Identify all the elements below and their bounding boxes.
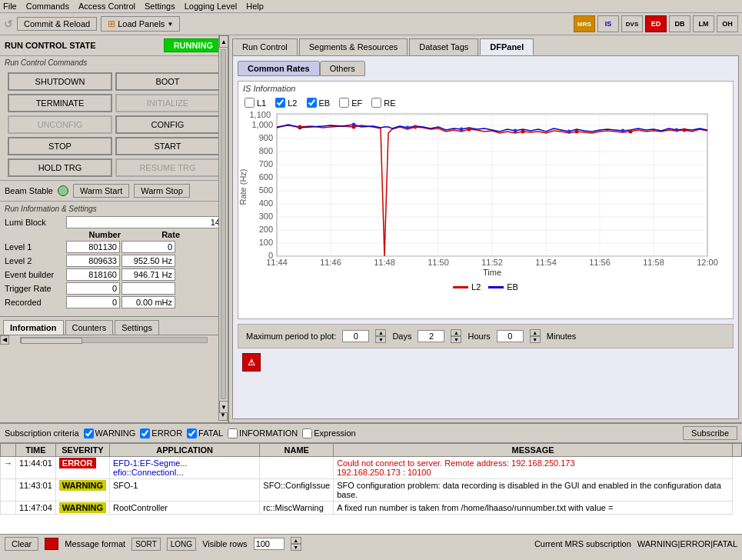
checkbox-l2[interactable] [275,98,285,108]
menu-logging-level[interactable]: Logging Level [185,2,238,11]
subscribe-button[interactable]: Subscribe [683,426,737,440]
svg-text:1,100: 1,100 [249,110,271,119]
filter-fatal-checkbox[interactable] [187,428,197,438]
message-format-label: Message format [65,539,125,548]
days-spinner[interactable]: ▲ ▼ [375,329,386,343]
tab-dfpanel[interactable]: DFPanel [480,38,534,55]
event-builder-rate[interactable] [121,268,175,281]
subtab-common-rates[interactable]: Common Rates [238,61,320,76]
menu-access-control[interactable]: Access Control [78,2,135,11]
filter-fatal-label: FATAL [198,428,223,438]
svg-point-53 [675,128,679,132]
minutes-down-btn[interactable]: ▼ [530,336,541,343]
minutes-up-btn[interactable]: ▲ [530,329,541,336]
level1-label: Level 1 [5,242,66,252]
lumi-block-label: Lumi Block [5,218,66,227]
left-vscrollbar[interactable]: ▲ ▼ [218,35,228,413]
visible-rows-down[interactable]: ▼ [291,544,301,551]
format-long-button[interactable]: LONG [167,538,196,551]
filter-error-label: ERROR [151,428,182,438]
vscroll-up-button[interactable]: ▲ [219,35,228,48]
load-panels-button[interactable]: ⊞ Load Panels ▼ [101,16,180,32]
commands-section-label: Run Control Commands [0,56,228,69]
trigger-rate-number[interactable] [66,282,120,295]
format-sort-button[interactable]: SORT [131,538,161,551]
col-application: APPLICATION [110,444,260,457]
svg-text:900: 900 [259,133,273,142]
warm-stop-button[interactable]: Warm Stop [134,184,190,198]
menu-help[interactable]: Help [246,2,264,11]
dvs-icon[interactable]: DVS [621,15,643,32]
visible-rows-label: Visible rows [202,539,248,548]
tab-settings[interactable]: Settings [115,320,159,335]
svg-text:Time: Time [483,268,501,277]
checkbox-eb[interactable] [307,98,317,108]
minutes-spinner[interactable]: ▲ ▼ [530,329,541,343]
terminate-button[interactable]: TERMINATE [8,94,112,112]
filter-expression-checkbox[interactable] [302,428,312,438]
subtab-others[interactable]: Others [320,61,365,76]
hours-input[interactable] [418,330,444,342]
col-name: NAME [260,444,334,457]
vscroll-down-button[interactable]: ▼ [219,401,228,413]
tab-run-control[interactable]: Run Control [232,38,298,55]
hscroll-thumb[interactable] [21,338,82,344]
lumi-block-value[interactable] [66,216,223,228]
days-up-btn[interactable]: ▲ [375,329,386,336]
unconfig-button: UNCONFIG [8,115,112,134]
is-icon[interactable]: IS [597,15,619,32]
hours-down-btn[interactable]: ▼ [451,336,461,343]
days-input[interactable] [342,330,369,342]
hscroll-track[interactable] [20,337,208,343]
checkbox-ef[interactable] [339,98,349,108]
clear-button[interactable]: Clear [5,537,38,551]
warm-start-button[interactable]: Warm Start [73,184,129,198]
filter-warning-checkbox[interactable] [84,428,94,438]
minutes-input[interactable] [497,330,524,342]
hold-trg-button[interactable]: HOLD TRG [8,158,112,177]
filter-warning: WARNING [84,428,136,438]
svg-point-48 [406,126,410,130]
filter-error-checkbox[interactable] [140,428,150,438]
lm-icon[interactable]: LM [693,15,714,32]
tab-segments-resources[interactable]: Segments & Resources [299,38,408,55]
visible-rows-up[interactable]: ▲ [291,537,301,544]
level2-rate[interactable] [121,255,175,267]
menu-commands[interactable]: Commands [26,2,69,11]
tab-dataset-tags[interactable]: Dataset Tags [409,38,478,55]
recorded-rate[interactable] [121,296,175,308]
log-bottom-bar: Clear Message format SORT LONG Visible r… [0,534,742,553]
visible-rows-input[interactable] [254,538,284,550]
shutdown-button[interactable]: SHUTDOWN [8,72,112,91]
start-button[interactable]: START [115,137,220,155]
recorded-number[interactable] [66,296,120,308]
oh-icon[interactable]: OH [717,15,738,32]
ed-icon[interactable]: ED [645,15,667,32]
level2-number[interactable] [66,255,120,267]
hours-up-btn[interactable]: ▲ [451,329,461,336]
tab-counters[interactable]: Counters [65,320,114,335]
trigger-rate-rate[interactable] [121,282,175,295]
checkbox-l1[interactable] [245,98,255,108]
level1-rate[interactable] [121,241,175,253]
left-hscrollbar[interactable]: ◀ ▶ [0,335,228,344]
legend-re-label: RE [384,98,395,108]
tab-information[interactable]: Information [3,320,64,335]
db-icon[interactable]: DB [669,15,690,32]
row-message-2: A fixed run number is taken from /home/l… [334,502,733,515]
menu-settings[interactable]: Settings [145,2,175,11]
days-down-btn[interactable]: ▼ [375,336,386,343]
checkbox-re[interactable] [371,98,381,108]
mrs-icon[interactable]: MRS [574,15,595,32]
event-builder-number[interactable] [66,268,120,281]
menu-file[interactable]: File [3,2,17,11]
commit-reload-button[interactable]: Commit & Reload [17,17,97,31]
boot-button[interactable]: BOOT [115,72,220,91]
level1-number[interactable] [66,241,120,253]
toolbar: ↺ Commit & Reload ⊞ Load Panels ▼ MRS IS… [0,13,742,35]
config-button[interactable]: CONFIG [115,115,220,134]
hours-spinner[interactable]: ▲ ▼ [451,329,461,343]
hscroll-left-arrow[interactable]: ◀ [0,335,9,345]
stop-button[interactable]: STOP [8,137,112,155]
filter-information-checkbox[interactable] [228,428,238,438]
